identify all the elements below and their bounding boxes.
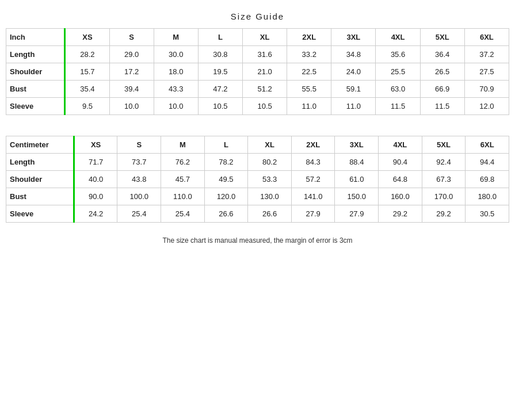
table-cell: 43.3 (154, 81, 198, 98)
table-cell: 71.7 (74, 154, 117, 171)
table-cell: 120.0 (204, 188, 248, 205)
table-cell: 100.0 (117, 188, 161, 205)
size-header: 5XL (422, 136, 466, 154)
table-cell: 29.2 (422, 205, 466, 223)
table-cell: 57.2 (291, 171, 335, 188)
size-header: XL (248, 136, 292, 154)
table-cell: 78.2 (204, 154, 248, 171)
table-cell: 33.2 (287, 46, 331, 63)
table-cell: 90.0 (74, 188, 117, 205)
table-row: Sleeve24.225.425.426.626.627.927.929.229… (6, 205, 509, 223)
table-cell: 24.0 (331, 63, 376, 81)
size-header: 4XL (376, 29, 420, 46)
row-label: Bust (6, 81, 65, 98)
table-cell: 27.9 (291, 205, 335, 223)
size-header: S (109, 29, 154, 46)
table-cell: 11.5 (420, 98, 464, 115)
row-label: Shoulder (6, 171, 74, 188)
table-cell: 141.0 (291, 188, 335, 205)
size-header: M (154, 29, 198, 46)
table-cell: 26.6 (204, 205, 248, 223)
table-cell: 59.1 (331, 81, 376, 98)
size-header: 6XL (464, 29, 509, 46)
table-row: Sleeve9.510.010.010.510.511.011.011.511.… (6, 98, 509, 115)
table-cell: 17.2 (109, 63, 154, 81)
table-cell: 51.2 (243, 81, 287, 98)
row-label: Sleeve (6, 205, 74, 223)
table-cell: 10.5 (198, 98, 242, 115)
cm-table: CentimeterXSSMLXL2XL3XL4XL5XL6XLLength71… (6, 136, 509, 223)
table-cell: 19.5 (198, 63, 242, 81)
table-cell: 21.0 (243, 63, 287, 81)
table-cell: 11.0 (287, 98, 331, 115)
size-header: 4XL (379, 136, 422, 154)
table-row: Bust90.0100.0110.0120.0130.0141.0150.016… (6, 188, 509, 205)
table-cell: 69.8 (466, 171, 509, 188)
footer-note: The size chart is manual measured, the m… (6, 233, 509, 248)
table-cell: 18.0 (154, 63, 198, 81)
table-cell: 88.4 (335, 154, 379, 171)
table-cell: 12.0 (464, 98, 509, 115)
table-cell: 55.5 (287, 81, 331, 98)
row-label: Shoulder (6, 63, 65, 81)
table-cell: 27.9 (335, 205, 379, 223)
table-cell: 130.0 (248, 188, 292, 205)
size-header: 2XL (287, 29, 331, 46)
table-cell: 150.0 (335, 188, 379, 205)
table-cell: 67.3 (422, 171, 466, 188)
page-title: Size Guide (6, 12, 509, 21)
table-cell: 73.7 (117, 154, 161, 171)
table-cell: 37.2 (464, 46, 509, 63)
table-cell: 45.7 (161, 171, 205, 188)
table-cell: 28.2 (65, 46, 109, 63)
size-header: L (204, 136, 248, 154)
table-cell: 15.7 (65, 63, 109, 81)
table-cell: 180.0 (466, 188, 509, 205)
table-cell: 26.6 (248, 205, 292, 223)
table-cell: 27.5 (464, 63, 509, 81)
table-cell: 11.5 (376, 98, 420, 115)
table-row: Bust35.439.443.347.251.255.559.163.066.9… (6, 81, 509, 98)
table-cell: 30.5 (466, 205, 509, 223)
table-cell: 25.5 (376, 63, 420, 81)
table-cell: 29.0 (109, 46, 154, 63)
table-cell: 94.4 (466, 154, 509, 171)
table-cell: 49.5 (204, 171, 248, 188)
row-label: Sleeve (6, 98, 65, 115)
table-cell: 170.0 (422, 188, 466, 205)
table-cell: 34.8 (331, 46, 376, 63)
table-row: Shoulder15.717.218.019.521.022.524.025.5… (6, 63, 509, 81)
table-cell: 110.0 (161, 188, 205, 205)
row-label: Length (6, 46, 65, 63)
size-header: S (117, 136, 161, 154)
table-cell: 70.9 (464, 81, 509, 98)
table-cell: 92.4 (422, 154, 466, 171)
table-cell: 10.5 (243, 98, 287, 115)
table-cell: 35.4 (65, 81, 109, 98)
table-cell: 84.3 (291, 154, 335, 171)
row-label: Length (6, 154, 74, 171)
size-header: 3XL (335, 136, 379, 154)
table-cell: 24.2 (74, 205, 117, 223)
size-header: 2XL (291, 136, 335, 154)
table-cell: 31.6 (243, 46, 287, 63)
size-header: XS (65, 29, 109, 46)
size-header: 3XL (331, 29, 376, 46)
table-cell: 30.0 (154, 46, 198, 63)
table-cell: 36.4 (420, 46, 464, 63)
table-cell: 9.5 (65, 98, 109, 115)
size-header: 6XL (466, 136, 509, 154)
table-row: Length28.229.030.030.831.633.234.835.636… (6, 46, 509, 63)
table-cell: 10.0 (154, 98, 198, 115)
table-cell: 160.0 (379, 188, 422, 205)
table-cell: 63.0 (376, 81, 420, 98)
table-cell: 61.0 (335, 171, 379, 188)
table-cell: 47.2 (198, 81, 242, 98)
table-cell: 76.2 (161, 154, 205, 171)
table-cell: 22.5 (287, 63, 331, 81)
table-cell: 29.2 (379, 205, 422, 223)
table-row: Shoulder40.043.845.749.553.357.261.064.8… (6, 171, 509, 188)
size-header: XL (243, 29, 287, 46)
table-cell: 10.0 (109, 98, 154, 115)
table-cell: 80.2 (248, 154, 292, 171)
